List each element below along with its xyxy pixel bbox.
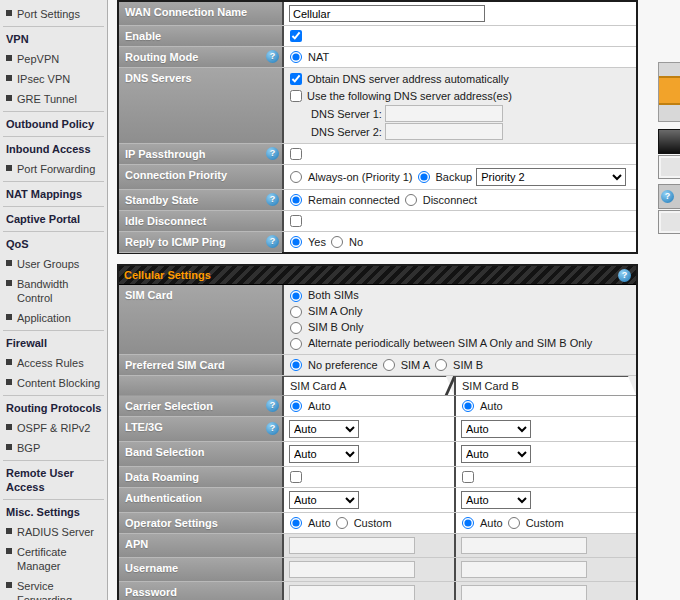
dns-server-2-input[interactable] bbox=[385, 123, 503, 140]
priority-backup-radio[interactable] bbox=[418, 171, 430, 183]
sidebar-item-routing-protocols[interactable]: Routing Protocols bbox=[0, 397, 107, 418]
band-select-a[interactable]: Auto bbox=[289, 445, 359, 463]
username-input-b[interactable] bbox=[461, 561, 587, 578]
sidebar-item-qos[interactable]: QoS bbox=[0, 233, 107, 254]
routing-nat-label: NAT bbox=[308, 51, 329, 63]
help-icon[interactable]: ? bbox=[618, 269, 631, 282]
sidebar-item-certificate-manager[interactable]: Certificate Manager bbox=[0, 542, 107, 576]
operator-auto-radio-a[interactable] bbox=[290, 517, 302, 529]
sidebar-item-inbound-access[interactable]: Inbound Access bbox=[0, 138, 107, 159]
cutoff-light-tab-2 bbox=[658, 210, 680, 234]
sim-a-only-radio[interactable] bbox=[290, 306, 302, 318]
pref-sim-a-label: SIM A bbox=[401, 359, 430, 371]
help-icon[interactable]: ? bbox=[266, 147, 279, 160]
icmp-yes-radio[interactable] bbox=[290, 236, 302, 248]
sidebar-item-content-blocking[interactable]: Content Blocking bbox=[0, 373, 107, 393]
auth-select-a[interactable]: Auto bbox=[289, 491, 359, 509]
apn-label: APN bbox=[119, 534, 282, 558]
password-input-a[interactable] bbox=[289, 585, 415, 600]
sidebar-item-service-forwarding[interactable]: Service Forwarding bbox=[0, 576, 107, 600]
band-select-b[interactable]: Auto bbox=[461, 445, 531, 463]
pref-sim-a-radio[interactable] bbox=[383, 359, 395, 371]
sim-b-only-radio[interactable] bbox=[290, 322, 302, 334]
apn-input-b[interactable] bbox=[461, 537, 587, 554]
help-icon[interactable]: ? bbox=[266, 235, 279, 248]
sidebar-item-label: User Groups bbox=[17, 257, 79, 271]
sidebar-item-port-forwarding[interactable]: Port Forwarding bbox=[0, 159, 107, 179]
sidebar-item-misc-settings[interactable]: Misc. Settings bbox=[0, 501, 107, 522]
sidebar-item-gre-tunnel[interactable]: GRE Tunnel bbox=[0, 89, 107, 109]
dns-manual-checkbox[interactable] bbox=[290, 90, 302, 102]
enable-label: Enable bbox=[119, 26, 282, 47]
sidebar-item-application[interactable]: Application bbox=[0, 308, 107, 328]
standby-disconnect-radio[interactable] bbox=[405, 194, 417, 206]
help-icon[interactable]: ? bbox=[266, 422, 279, 435]
help-icon[interactable]: ? bbox=[266, 50, 279, 63]
sidebar-item-captive-portal[interactable]: Captive Portal bbox=[0, 208, 107, 229]
help-icon[interactable]: ? bbox=[661, 190, 674, 203]
sidebar-item-ospf-ripv2[interactable]: OSPF & RIPv2 bbox=[0, 418, 107, 438]
row-lte-3g: LTE/3G? Auto Auto bbox=[119, 417, 636, 442]
sidebar-item-outbound-policy[interactable]: Outbound Policy bbox=[0, 113, 107, 134]
sidebar-item-bgp[interactable]: BGP bbox=[0, 438, 107, 458]
priority-select[interactable]: Priority 2 bbox=[476, 168, 626, 186]
sidebar-item-ipsec-vpn[interactable]: IPsec VPN bbox=[0, 69, 107, 89]
operator-auto-radio-b[interactable] bbox=[462, 517, 474, 529]
operator-custom-radio-a[interactable] bbox=[336, 517, 348, 529]
sim-b-only-label: SIM B Only bbox=[308, 320, 364, 335]
cellular-settings-header: Cellular Settings ? bbox=[119, 266, 636, 285]
carrier-auto-radio-b[interactable] bbox=[462, 400, 474, 412]
priority-alwayson-radio[interactable] bbox=[290, 171, 302, 183]
wan-name-input[interactable] bbox=[289, 5, 485, 22]
help-icon[interactable]: ? bbox=[266, 193, 279, 206]
idle-disconnect-checkbox[interactable] bbox=[290, 215, 302, 227]
tab-sim-card-b: SIM Card B bbox=[456, 376, 636, 395]
password-input-b[interactable] bbox=[461, 585, 587, 600]
sidebar-item-pepvpn[interactable]: PepVPN bbox=[0, 49, 107, 69]
username-input-a[interactable] bbox=[289, 561, 415, 578]
apn-input-a[interactable] bbox=[289, 537, 415, 554]
sim-both-radio[interactable] bbox=[290, 290, 302, 302]
pref-sim-b-radio[interactable] bbox=[435, 359, 447, 371]
sidebar-item-label: Application bbox=[17, 311, 71, 325]
row-username: Username bbox=[119, 558, 636, 582]
standby-remain-radio[interactable] bbox=[290, 194, 302, 206]
bullet-icon bbox=[6, 165, 12, 171]
sidebar-separator bbox=[3, 330, 104, 331]
routing-nat-radio[interactable] bbox=[290, 51, 302, 63]
orange-band bbox=[659, 76, 680, 105]
sidebar-item-user-groups[interactable]: User Groups bbox=[0, 254, 107, 274]
row-standby-state: Standby State? Remain connected Disconne… bbox=[119, 190, 636, 211]
sidebar-item-nat-mappings[interactable]: NAT Mappings bbox=[0, 183, 107, 204]
enable-checkbox[interactable] bbox=[290, 30, 302, 42]
sim-alternate-radio[interactable] bbox=[290, 338, 302, 350]
auth-select-b[interactable]: Auto bbox=[461, 491, 531, 509]
dns-auto-checkbox[interactable] bbox=[290, 73, 302, 85]
lte-select-b[interactable]: Auto bbox=[461, 420, 531, 438]
row-apn: APN bbox=[119, 534, 636, 558]
sidebar-separator bbox=[3, 499, 104, 500]
tab-sim-card-a: SIM Card A bbox=[284, 376, 454, 395]
sidebar-item-firewall[interactable]: Firewall bbox=[0, 332, 107, 353]
carrier-auto-radio-a[interactable] bbox=[290, 400, 302, 412]
operator-custom-radio-b[interactable] bbox=[508, 517, 520, 529]
lte-3g-label: LTE/3G? bbox=[119, 417, 282, 442]
icmp-no-radio[interactable] bbox=[331, 236, 343, 248]
sidebar-item-vpn[interactable]: VPN bbox=[0, 28, 107, 49]
lte-select-a[interactable]: Auto bbox=[289, 420, 359, 438]
sidebar-item-access-rules[interactable]: Access Rules bbox=[0, 353, 107, 373]
sidebar-item-port-settings[interactable]: Port Settings bbox=[0, 4, 107, 24]
ip-passthrough-checkbox[interactable] bbox=[290, 148, 302, 160]
help-icon[interactable]: ? bbox=[266, 399, 279, 412]
sidebar-item-label: BGP bbox=[17, 441, 40, 455]
sidebar-item-label: Access Rules bbox=[17, 356, 84, 370]
sidebar-item-remote-user-access[interactable]: Remote User Access bbox=[0, 462, 107, 497]
sidebar-item-bandwidth-control[interactable]: Bandwidth Control bbox=[0, 274, 107, 308]
bullet-icon bbox=[6, 10, 12, 16]
pref-none-radio[interactable] bbox=[290, 359, 302, 371]
dns-server-1-input[interactable] bbox=[385, 105, 503, 122]
data-roaming-checkbox-b[interactable] bbox=[462, 471, 474, 483]
data-roaming-checkbox-a[interactable] bbox=[290, 471, 302, 483]
right-edge-cutoff-panels: ? bbox=[656, 0, 680, 600]
sidebar-item-radius-server[interactable]: RADIUS Server bbox=[0, 522, 107, 542]
